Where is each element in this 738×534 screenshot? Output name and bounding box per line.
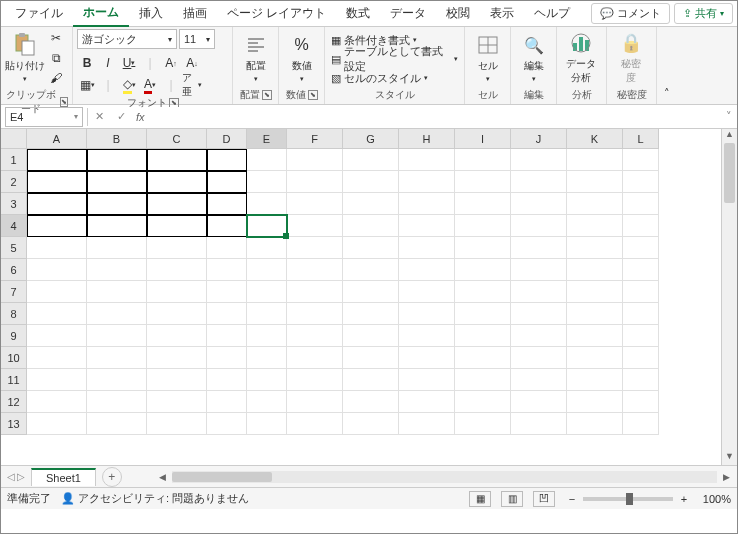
dialog-launcher[interactable]: ⬊ — [308, 90, 318, 100]
cell-H10[interactable] — [399, 347, 455, 369]
column-header-D[interactable]: D — [207, 129, 247, 149]
cell-D11[interactable] — [207, 369, 247, 391]
cell-I9[interactable] — [455, 325, 511, 347]
cell-K13[interactable] — [567, 413, 623, 435]
select-all-corner[interactable] — [1, 129, 27, 149]
row-header-13[interactable]: 13 — [1, 413, 27, 435]
scroll-up-button[interactable]: ▲ — [722, 129, 737, 143]
cell-E11[interactable] — [247, 369, 287, 391]
cell-I8[interactable] — [455, 303, 511, 325]
cell-B3[interactable] — [87, 193, 147, 215]
enter-formula-button[interactable]: ✓ — [110, 107, 132, 127]
fx-icon[interactable]: fx — [132, 111, 149, 123]
font-size-select[interactable]: 11▾ — [179, 29, 215, 49]
cell-L12[interactable] — [623, 391, 659, 413]
cell-D12[interactable] — [207, 391, 247, 413]
sheet-tab[interactable]: Sheet1 — [31, 468, 96, 486]
cell-B10[interactable] — [87, 347, 147, 369]
cell-C9[interactable] — [147, 325, 207, 347]
cell-F11[interactable] — [287, 369, 343, 391]
cell-J7[interactable] — [511, 281, 567, 303]
cell-J8[interactable] — [511, 303, 567, 325]
cell-E1[interactable] — [247, 149, 287, 171]
cell-A9[interactable] — [27, 325, 87, 347]
cell-E3[interactable] — [247, 193, 287, 215]
cell-J1[interactable] — [511, 149, 567, 171]
row-header-8[interactable]: 8 — [1, 303, 27, 325]
row-header-3[interactable]: 3 — [1, 193, 27, 215]
row-header-11[interactable]: 11 — [1, 369, 27, 391]
font-name-select[interactable]: 游ゴシック▾ — [77, 29, 177, 49]
cell-E9[interactable] — [247, 325, 287, 347]
cell-G10[interactable] — [343, 347, 399, 369]
cells-button[interactable]: セル ▾ — [469, 29, 506, 87]
cell-D4[interactable] — [207, 215, 247, 237]
cell-C13[interactable] — [147, 413, 207, 435]
cell-C1[interactable] — [147, 149, 207, 171]
cell-L7[interactable] — [623, 281, 659, 303]
editing-button[interactable]: 🔍 編集 ▾ — [515, 29, 552, 87]
cell-A10[interactable] — [27, 347, 87, 369]
cell-E12[interactable] — [247, 391, 287, 413]
cell-A5[interactable] — [27, 237, 87, 259]
cell-B4[interactable] — [87, 215, 147, 237]
cell-G1[interactable] — [343, 149, 399, 171]
cell-J10[interactable] — [511, 347, 567, 369]
cell-J12[interactable] — [511, 391, 567, 413]
dialog-launcher[interactable]: ⬊ — [60, 97, 68, 107]
cell-B2[interactable] — [87, 171, 147, 193]
cell-K6[interactable] — [567, 259, 623, 281]
cell-E8[interactable] — [247, 303, 287, 325]
cell-K12[interactable] — [567, 391, 623, 413]
cell-G13[interactable] — [343, 413, 399, 435]
cell-L5[interactable] — [623, 237, 659, 259]
cell-F1[interactable] — [287, 149, 343, 171]
cut-button[interactable]: ✂ — [47, 29, 65, 47]
cell-I3[interactable] — [455, 193, 511, 215]
row-header-5[interactable]: 5 — [1, 237, 27, 259]
row-header-1[interactable]: 1 — [1, 149, 27, 171]
cell-E4[interactable] — [247, 215, 287, 237]
menu-tab-7[interactable]: 校閲 — [436, 1, 480, 26]
comments-button[interactable]: 💬 コメント — [591, 3, 670, 24]
cell-C11[interactable] — [147, 369, 207, 391]
border-button[interactable]: ▦▾ — [77, 75, 97, 95]
cell-A13[interactable] — [27, 413, 87, 435]
cell-H8[interactable] — [399, 303, 455, 325]
collapse-ribbon-button[interactable]: ˄ — [657, 27, 677, 104]
cell-I13[interactable] — [455, 413, 511, 435]
scroll-track[interactable] — [172, 471, 717, 483]
column-header-C[interactable]: C — [147, 129, 207, 149]
sensitivity-button[interactable]: 🔒 秘密 度 — [611, 29, 651, 87]
cell-E5[interactable] — [247, 237, 287, 259]
scroll-thumb[interactable] — [172, 472, 272, 482]
italic-button[interactable]: I — [98, 53, 118, 73]
cell-I1[interactable] — [455, 149, 511, 171]
scroll-down-button[interactable]: ▼ — [722, 451, 737, 465]
page-layout-view-button[interactable]: ▥ — [501, 491, 523, 507]
cell-G11[interactable] — [343, 369, 399, 391]
cell-H13[interactable] — [399, 413, 455, 435]
cell-C4[interactable] — [147, 215, 207, 237]
cell-L1[interactable] — [623, 149, 659, 171]
horizontal-scrollbar[interactable]: ◀ ▶ — [156, 471, 733, 483]
cell-L3[interactable] — [623, 193, 659, 215]
cell-D3[interactable] — [207, 193, 247, 215]
data-analysis-button[interactable]: データ 分析 — [561, 29, 601, 87]
paste-button[interactable]: 貼り付け ▾ — [5, 29, 45, 87]
cell-F7[interactable] — [287, 281, 343, 303]
cell-B1[interactable] — [87, 149, 147, 171]
cell-A1[interactable] — [27, 149, 87, 171]
decrease-font-button[interactable]: A↓ — [182, 53, 202, 73]
cell-G5[interactable] — [343, 237, 399, 259]
menu-tab-9[interactable]: ヘルプ — [524, 1, 580, 26]
sheet-prev-button[interactable]: ◁ — [7, 471, 15, 482]
copy-button[interactable]: ⧉ — [47, 49, 65, 67]
cell-G3[interactable] — [343, 193, 399, 215]
cell-E6[interactable] — [247, 259, 287, 281]
cell-H1[interactable] — [399, 149, 455, 171]
cell-H5[interactable] — [399, 237, 455, 259]
column-header-H[interactable]: H — [399, 129, 455, 149]
cell-H2[interactable] — [399, 171, 455, 193]
cell-I6[interactable] — [455, 259, 511, 281]
